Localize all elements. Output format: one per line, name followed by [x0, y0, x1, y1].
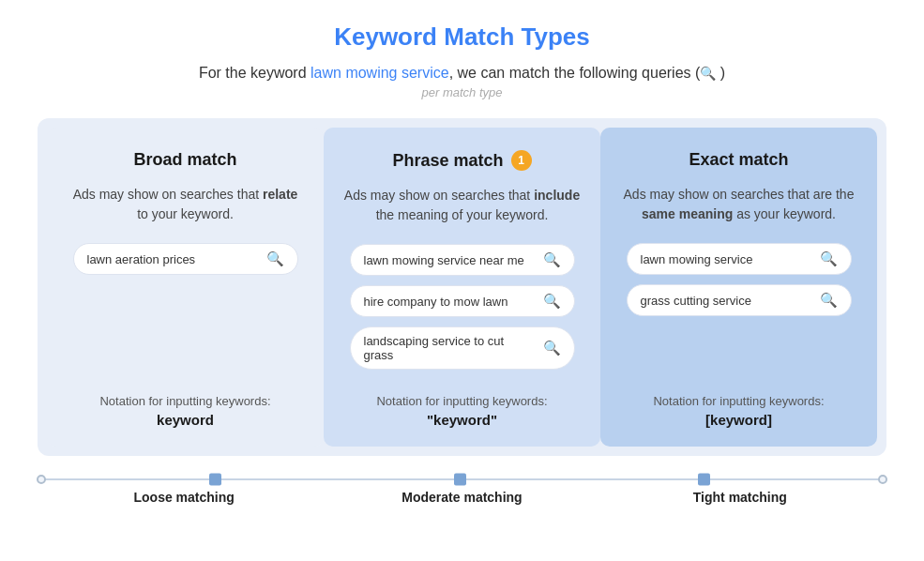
card-phrase: Phrase match 1 Ads may show on searches … — [324, 128, 600, 447]
card-exact-title: Exact match — [689, 150, 788, 170]
scale-marker-exact — [698, 474, 710, 486]
scale-dot-right — [878, 475, 887, 484]
subtitle-before: For the keyword — [199, 65, 311, 81]
card-phrase-desc: Ads may show on searches that include th… — [342, 186, 582, 225]
subtitle-close: ) — [716, 65, 725, 81]
per-match-label: per match type — [422, 85, 503, 99]
scale-label-moderate: Moderate matching — [323, 490, 600, 505]
search-pill-phrase-1: lawn mowing service near me 🔍 — [350, 244, 575, 276]
subtitle-after: , we can match the following queries ( — [449, 65, 701, 81]
search-pill-phrase-2: hire company to mow lawn 🔍 — [350, 285, 575, 317]
cards-container: Broad match Ads may show on searches tha… — [38, 118, 886, 456]
card-exact-desc: Ads may show on searches that are the sa… — [619, 185, 858, 224]
notation-phrase: Notation for inputting keywords: "keywor… — [376, 379, 547, 428]
scale-marker-phrase — [454, 474, 466, 486]
subtitle: For the keyword lawn mowing service, we … — [199, 65, 725, 82]
keyword-link[interactable]: lawn mowing service — [311, 65, 449, 81]
search-icon: 🔍 — [543, 340, 561, 356]
scale-label-loose: Loose matching — [45, 490, 323, 505]
search-icon: 🔍 — [266, 250, 284, 267]
search-pill-phrase-3: landscaping service to cut grass 🔍 — [350, 326, 575, 370]
scale-dot-left — [37, 475, 46, 484]
card-phrase-title: Phrase match 1 — [392, 150, 531, 171]
card-broad-desc: Ads may show on searches that relate to … — [66, 185, 305, 224]
search-icon: 🔍 — [700, 66, 716, 81]
scale-marker-broad — [209, 474, 221, 486]
search-icon: 🔍 — [543, 293, 561, 310]
phrase-badge: 1 — [511, 150, 532, 171]
scale-labels: Loose matching Moderate matching Tight m… — [38, 490, 886, 505]
search-icon: 🔍 — [820, 250, 838, 267]
scale-wrapper — [38, 478, 886, 480]
search-pill-exact-1: lawn mowing service 🔍 — [627, 243, 852, 275]
page-title: Keyword Match Types — [334, 23, 590, 52]
search-icon: 🔍 — [820, 292, 838, 309]
notation-exact: Notation for inputting keywords: [keywor… — [653, 379, 824, 428]
search-pill-broad-1: lawn aeration prices 🔍 — [73, 243, 298, 275]
scale-track — [41, 478, 883, 480]
notation-broad: Notation for inputting keywords: keyword — [99, 379, 270, 428]
card-exact: Exact match Ads may show on searches tha… — [600, 128, 877, 447]
scale-label-tight: Tight matching — [601, 490, 879, 505]
search-pill-exact-2: grass cutting service 🔍 — [627, 284, 852, 316]
card-broad-title: Broad match — [133, 150, 236, 170]
card-broad: Broad match Ads may show on searches tha… — [47, 128, 324, 447]
search-icon: 🔍 — [543, 251, 561, 268]
